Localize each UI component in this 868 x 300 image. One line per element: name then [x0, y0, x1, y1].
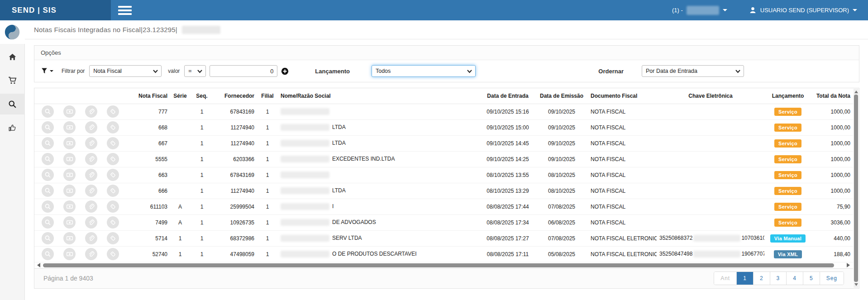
valor-label: valor [168, 68, 180, 74]
company-name-redacted [687, 6, 719, 15]
row-action-tag-icon[interactable] [107, 121, 119, 133]
row-action-money-icon[interactable] [63, 232, 76, 244]
ordernar-select[interactable]: Por Data de Entrada [642, 65, 744, 77]
menu-icon[interactable] [118, 6, 132, 15]
pagination-seg[interactable]: Seg [820, 272, 844, 285]
row-action-tag-icon[interactable] [107, 185, 119, 197]
add-filter-button[interactable] [281, 67, 289, 75]
cell-chave [657, 167, 764, 183]
filter-icon[interactable] [41, 67, 53, 75]
row-action-paperclip-icon[interactable] [85, 121, 97, 133]
row-action-money-icon[interactable] [63, 153, 76, 165]
row-action-money-icon[interactable] [63, 137, 76, 149]
app-logo[interactable] [0, 20, 25, 44]
cell-filial: 1 [257, 135, 278, 151]
column-header-nota: Nota Fiscal [130, 88, 170, 104]
sidebar-item-search[interactable] [0, 94, 25, 114]
filter-field-select[interactable]: Nota Fiscal [89, 65, 162, 77]
horizontal-scrollbar-thumb[interactable] [43, 263, 834, 267]
chevron-down-icon [723, 9, 727, 11]
row-action-money-icon[interactable] [63, 185, 76, 197]
row-action-search-icon[interactable] [42, 153, 54, 165]
company-selector[interactable]: (1) - [672, 6, 727, 15]
column-header-filial: Filial [257, 88, 278, 104]
cell-nota: 663 [130, 167, 170, 183]
row-action-money-icon[interactable] [63, 216, 76, 229]
pagination-5[interactable]: 5 [803, 272, 820, 285]
row-action-money-icon[interactable] [63, 200, 76, 213]
topbar: SEND | SIS (1) - USUARIO SEND (SUPERVISO… [0, 0, 868, 20]
topbar-right: (1) - USUARIO SEND (SUPERVISOR) [672, 6, 868, 15]
cell-emissao: 07/08/2025 [535, 199, 588, 214]
row-action-tag-icon[interactable] [107, 232, 119, 244]
scroll-right-icon[interactable] [847, 263, 850, 267]
row-action-search-icon[interactable] [42, 137, 54, 149]
scroll-up-icon[interactable] [854, 90, 858, 93]
cell-serie [170, 104, 190, 119]
row-action-search-icon[interactable] [42, 121, 54, 133]
row-action-paperclip-icon[interactable] [85, 232, 97, 244]
horizontal-scrollbar[interactable] [34, 262, 853, 268]
table-row: 6671112749401LTDA09/10/2025 14:4509/10/2… [34, 135, 853, 151]
cell-fornecedor: 11274940 [214, 135, 257, 151]
row-action-search-icon[interactable] [42, 248, 54, 260]
row-action-tag-icon[interactable] [107, 169, 119, 181]
sidebar-item-purchases[interactable] [0, 70, 25, 91]
row-action-search-icon[interactable] [42, 216, 54, 229]
cell-chave [657, 119, 764, 135]
row-action-paperclip-icon[interactable] [85, 200, 97, 213]
cell-serie: A [170, 214, 190, 230]
row-action-tag-icon[interactable] [107, 153, 119, 165]
lancamento-select[interactable]: Todos [372, 65, 476, 77]
row-action-search-icon[interactable] [42, 105, 54, 118]
sidebar-item-approvals[interactable] [0, 117, 25, 138]
row-action-money-icon[interactable] [63, 105, 76, 118]
vertical-scrollbar-thumb[interactable] [854, 95, 858, 282]
pagination-2[interactable]: 2 [753, 272, 770, 285]
row-action-search-icon[interactable] [42, 232, 54, 244]
row-action-paperclip-icon[interactable] [85, 169, 97, 181]
pagination-4[interactable]: 4 [786, 272, 803, 285]
cell-nome: DE ADVOGADOS [278, 214, 480, 230]
cell-actions [34, 230, 130, 246]
name-redacted [281, 251, 329, 257]
row-action-tag-icon[interactable] [107, 137, 119, 149]
cell-emissao: 09/10/2025 [535, 135, 588, 151]
cell-entrada: 08/08/2025 17:44 [480, 199, 535, 214]
operator-select[interactable]: = [184, 65, 206, 77]
table-row: 663167843169108/10/2025 13:5508/10/2025N… [34, 167, 853, 183]
row-action-paperclip-icon[interactable] [85, 153, 97, 165]
cell-seq: 1 [190, 230, 214, 246]
sidebar-item-home[interactable] [0, 47, 25, 67]
row-action-tag-icon[interactable] [107, 105, 119, 118]
row-action-tag-icon[interactable] [107, 200, 119, 213]
row-action-tag-icon[interactable] [107, 216, 119, 229]
scroll-down-icon[interactable] [854, 283, 858, 286]
cell-fornecedor: 6203366 [214, 151, 257, 167]
cell-entrada: 09/10/2025 14:45 [480, 135, 535, 151]
row-action-search-icon[interactable] [42, 169, 54, 181]
cell-serie [170, 151, 190, 167]
vertical-scrollbar[interactable] [854, 89, 858, 288]
row-action-money-icon[interactable] [63, 248, 76, 260]
options-panel: Opções Filtrar por Nota Fiscal valor = [34, 45, 859, 82]
row-action-search-icon[interactable] [42, 185, 54, 197]
row-action-tag-icon[interactable] [107, 248, 119, 260]
pagination-3[interactable]: 3 [770, 272, 787, 285]
filter-value-input[interactable] [210, 65, 277, 77]
cell-nome: EXCEDENTES IND.LTDA [278, 151, 480, 167]
cell-fornecedor: 11274940 [214, 119, 257, 135]
user-menu[interactable]: USUARIO SEND (SUPERVISOR) [749, 6, 857, 14]
table-row: 6681112749401LTDA09/10/2025 15:0009/10/2… [34, 119, 853, 135]
row-action-money-icon[interactable] [63, 169, 76, 181]
row-action-paperclip-icon[interactable] [85, 185, 97, 197]
row-action-paperclip-icon[interactable] [85, 105, 97, 118]
row-action-paperclip-icon[interactable] [85, 248, 97, 260]
row-action-paperclip-icon[interactable] [85, 137, 97, 149]
scroll-left-icon[interactable] [37, 263, 40, 267]
row-action-search-icon[interactable] [42, 200, 54, 213]
pagination-1[interactable]: 1 [736, 272, 753, 285]
cell-emissao: 09/10/2025 [535, 104, 588, 119]
row-action-paperclip-icon[interactable] [85, 216, 97, 229]
row-action-money-icon[interactable] [63, 121, 76, 133]
